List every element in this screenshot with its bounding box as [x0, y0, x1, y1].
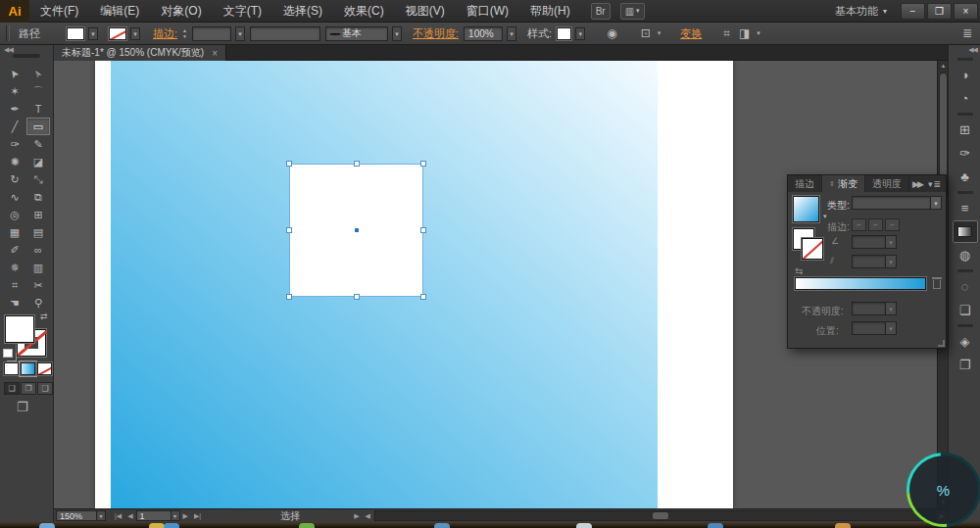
taskbar-icon[interactable]	[835, 523, 851, 528]
gradient-preview-swatch[interactable]	[793, 196, 819, 222]
width-tool[interactable]: ∿	[3, 188, 26, 206]
taskbar-icon[interactable]	[149, 523, 165, 528]
taskbar-icon[interactable]	[576, 523, 592, 528]
horizontal-scroll-thumb[interactable]	[652, 511, 669, 520]
eraser-tool[interactable]: ◪	[26, 153, 50, 170]
control-panel-menu-icon[interactable]: ≣	[960, 26, 974, 40]
align-dropdown-icon[interactable]: ▾	[658, 29, 662, 37]
selection-handle[interactable]	[420, 294, 426, 300]
symbol-sprayer-tool[interactable]: ✵	[3, 259, 26, 276]
status-menu-icon[interactable]: ▶	[351, 512, 362, 520]
collapse-panel-icon[interactable]: ▶▶	[912, 179, 922, 189]
appearance-panel-icon[interactable]: ◌	[953, 275, 978, 298]
direct-selection-tool[interactable]: ➢	[26, 65, 50, 82]
opacity-input[interactable]: 100%	[464, 26, 503, 41]
menu-window[interactable]: 窗口(W)	[456, 0, 519, 23]
draw-behind-button[interactable]: ❐	[21, 382, 36, 395]
minimize-button[interactable]: −	[901, 3, 925, 20]
selection-handle[interactable]	[286, 161, 292, 167]
layers-panel-icon[interactable]: ◈	[953, 330, 978, 353]
perspective-grid-tool[interactable]: ⊞	[26, 206, 50, 223]
menu-help[interactable]: 帮助(H)	[519, 0, 581, 23]
selection-handle[interactable]	[420, 227, 426, 233]
blend-tool[interactable]: ∞	[26, 241, 50, 259]
arrange-documents-button[interactable]: ▥ ▾	[620, 3, 645, 20]
swap-fill-stroke-icon[interactable]: ⇄	[40, 312, 48, 321]
taskbar-icon[interactable]	[164, 523, 179, 528]
menu-view[interactable]: 视图(V)	[395, 0, 456, 23]
menu-edit[interactable]: 编辑(E)	[89, 0, 150, 23]
taskbar-icon[interactable]	[708, 523, 723, 528]
close-button[interactable]: ×	[954, 3, 978, 20]
pencil-tool[interactable]: ✎	[26, 135, 50, 153]
gradient-tool[interactable]: ▤	[26, 223, 50, 241]
dock-group-grip[interactable]	[957, 324, 973, 327]
panel-menu-icon[interactable]: ▾≣	[928, 179, 941, 189]
default-fill-stroke-icon[interactable]	[3, 349, 13, 358]
none-button[interactable]	[37, 362, 52, 375]
lasso-tool[interactable]: ⌒	[26, 82, 50, 100]
gradient-preset-dropdown-icon[interactable]: ▾	[823, 213, 827, 220]
artboard-number-select[interactable]: 1	[136, 510, 172, 521]
fill-proxy-swatch[interactable]	[5, 315, 34, 343]
dock-group-grip[interactable]	[957, 191, 973, 194]
document-tab[interactable]: 未标题-1* @ 150% (CMYK/预览) ×	[54, 45, 226, 61]
first-artboard-icon[interactable]: |◀	[112, 512, 124, 520]
zoom-tool[interactable]: ⚲	[26, 294, 50, 312]
magic-wand-tool[interactable]: ✶	[3, 82, 26, 100]
transparency-panel-icon[interactable]: ◍	[953, 244, 978, 266]
selection-handle[interactable]	[354, 161, 360, 167]
dock-group-grip[interactable]	[957, 58, 973, 61]
transform-panel-link[interactable]: 变换	[680, 26, 702, 41]
type-tool[interactable]: T	[26, 100, 50, 118]
stroke-color-swatch[interactable]	[109, 27, 126, 40]
draw-inside-button[interactable]: ❑	[37, 382, 53, 395]
type-dropdown-icon[interactable]: ▾	[930, 196, 942, 210]
hand-tool[interactable]: ☚	[3, 294, 26, 312]
screen-mode-button[interactable]: ❐	[17, 400, 28, 414]
swatches-panel-icon[interactable]: ⊞	[953, 119, 978, 141]
graphic-styles-panel-icon[interactable]: ❏	[953, 299, 978, 321]
style-dropdown-icon[interactable]: ▾	[575, 27, 585, 40]
color-button[interactable]	[4, 362, 19, 375]
selected-rectangle-object[interactable]	[289, 164, 423, 297]
stroke-panel-icon[interactable]: ≡	[953, 197, 978, 219]
column-graph-tool[interactable]: ▥	[26, 259, 50, 276]
opacity-panel-link[interactable]: 不透明度:	[413, 26, 459, 41]
rectangle-tool[interactable]: ▭	[26, 118, 50, 135]
prev-artboard-icon[interactable]: ◀	[124, 512, 135, 520]
zoom-dropdown-icon[interactable]: ▾	[96, 510, 106, 521]
dock-group-grip[interactable]	[957, 269, 973, 272]
slice-tool[interactable]: ✂	[26, 276, 50, 294]
gradient-panel-icon[interactable]	[953, 220, 978, 243]
stroke-panel-link[interactable]: 描边:	[153, 26, 177, 41]
next-artboard-icon[interactable]: ▶	[180, 512, 191, 520]
gradient-button[interactable]	[21, 362, 35, 375]
restore-button[interactable]: ❐	[927, 3, 952, 20]
scroll-left-icon[interactable]: ◀	[363, 512, 373, 520]
select-similar-dropdown-icon[interactable]: ▾	[757, 29, 760, 37]
line-segment-tool[interactable]: ╱	[3, 118, 26, 135]
taskbar-icon[interactable]	[39, 523, 55, 528]
expand-dock-icon[interactable]: ◀◀	[968, 46, 977, 54]
opacity-dropdown-icon[interactable]: ▾	[507, 26, 516, 41]
tab-stroke[interactable]: 描边	[788, 175, 822, 192]
rotate-tool[interactable]: ↻	[3, 170, 26, 188]
paintbrush-tool[interactable]: ✑	[3, 135, 26, 153]
selection-handle[interactable]	[286, 294, 292, 300]
artboards-panel-icon[interactable]: ❐	[953, 354, 978, 376]
menu-type[interactable]: 文字(T)	[213, 0, 272, 23]
draw-normal-button[interactable]: ❏	[4, 382, 20, 395]
last-artboard-icon[interactable]: ▶|	[191, 512, 204, 520]
type-select[interactable]	[852, 196, 931, 210]
eyedropper-tool[interactable]: ✐	[3, 241, 26, 259]
tab-gradient[interactable]: ⇕ 渐变	[822, 175, 865, 192]
color-panel-icon[interactable]: ◑	[953, 64, 978, 86]
stroke-width-input[interactable]	[192, 26, 231, 41]
fill-color-swatch[interactable]	[67, 27, 84, 40]
stroke-width-stepper[interactable]: ▲▼	[182, 28, 187, 39]
blob-brush-tool[interactable]: ✺	[3, 153, 26, 170]
menu-select[interactable]: 选择(S)	[272, 0, 333, 23]
style-swatch[interactable]	[557, 27, 571, 40]
select-similar-icon[interactable]: ◨	[737, 26, 752, 40]
